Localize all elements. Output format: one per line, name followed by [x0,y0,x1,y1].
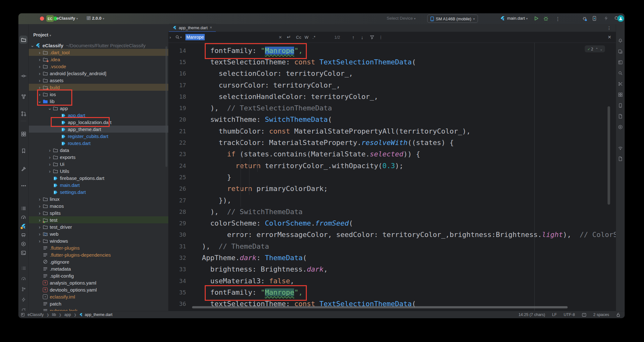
code-line-14[interactable]: 14fontFamily: "Manrope", [168,45,616,56]
code-line-30[interactable]: 30error: errorMessageColor, seedColor: t… [168,229,616,240]
breadcrumb-item[interactable]: app_theme.dart [85,312,113,317]
tree-item-eclassify[interactable]: ⌄eClassify~/Documents/Flutter Project/eC… [29,42,168,49]
tree-item-analysis-options-yaml[interactable]: Yanalysis_options.yaml [29,279,168,286]
history-icon[interactable] [18,274,29,283]
tree-item-devtools-options-yaml[interactable]: Ydevtools_options.yaml [29,286,168,293]
chevron-closed-icon[interactable]: › [37,57,42,62]
run-button[interactable] [534,16,539,22]
tab-options-icon[interactable]: ⋮ [607,25,611,30]
tree-item-test[interactable]: ›◀▶test [29,216,168,223]
more-tools-icon[interactable] [18,181,29,190]
code-line-24[interactable]: 24return territoryColor_.withOpacity(0.3… [168,160,616,171]
tree-item-pubspec-lock[interactable]: pubspec.lock [29,307,168,311]
select-device-dropdown[interactable]: Select Device ▾ [387,16,415,21]
chevron-open-icon[interactable]: ⌄ [37,98,42,104]
chevron-closed-icon[interactable]: › [37,71,42,76]
run-config-dropdown[interactable]: main.dart ▾ [507,16,528,21]
breadcrumb-item[interactable]: app [64,312,71,317]
code-line-31[interactable]: 31), // ThemeData [168,240,616,252]
tree-item--split-config[interactable]: .split-config [29,272,168,279]
layout-tool-icon[interactable] [616,58,625,66]
search-icon[interactable]: ▾ [175,32,182,43]
chevron-closed-icon[interactable]: › [37,224,42,230]
chevron-open-icon[interactable]: ⌄ [29,43,35,48]
tree-item-lib[interactable]: ⌄lib [29,98,168,105]
regex-toggle[interactable]: .* [312,32,316,43]
tree-item-ui[interactable]: ›Ui [29,161,168,168]
dart-analysis-icon[interactable] [18,222,29,230]
project-tree-scrollbar[interactable] [165,46,167,167]
commit-icon[interactable] [18,72,29,80]
chevron-closed-icon[interactable]: › [37,231,42,237]
tree-item-app-theme-dart[interactable]: app_theme.dart [29,126,168,133]
code-line-28[interactable]: 28), // SwitchThemeData [168,206,616,217]
next-problem-icon[interactable]: ⌄ [600,47,602,51]
tree-item-exports[interactable]: ›exports [29,154,168,161]
wifi-pairing-icon[interactable] [616,144,625,152]
find-tool-icon[interactable] [616,69,625,77]
cut-tool-icon[interactable] [616,80,625,88]
tree-item-app[interactable]: ⌄app [29,105,168,112]
file-encoding[interactable]: UTF-8 [564,312,575,317]
inspections-widget[interactable]: ✓2 ⌃ ⌄ [585,45,605,52]
pull-requests-icon[interactable] [18,109,29,118]
tree-item-firebase-options-dart[interactable]: firebase_options.dart [29,174,168,181]
tree-item--dart-tool[interactable]: ›.dart_tool [29,49,168,56]
avatar[interactable] [617,15,624,22]
code-line-25[interactable]: 25} [168,171,616,183]
tree-item-app-dart[interactable]: app.dart [29,112,168,119]
tree-item-build[interactable]: ›✱build [29,84,168,91]
tree-item--flutter-plugins-dependencies[interactable]: .flutter-plugins-dependencies [29,251,168,258]
flash-icon[interactable] [604,16,610,22]
tree-item-utils[interactable]: ›Utils [29,168,168,174]
tree-item--idea[interactable]: ›✱.idea [29,56,168,63]
code-line-35[interactable]: 35fontFamily: "Manrope", [168,286,616,298]
line-separator[interactable]: LF [552,312,557,317]
device-dropdown[interactable]: SM A146B (mobile) ▾ [427,15,478,23]
code-line-17[interactable]: 17cursorColor: territoryColor_, [168,79,616,91]
code-line-15[interactable]: 15textSelectionTheme: const TextSelectio… [168,56,616,68]
branch-selector[interactable]: ⃺ 2.0.0 ▾ [87,16,104,21]
tree-item-macos[interactable]: ›macos [29,202,168,209]
gradle-tool-icon[interactable] [616,155,625,162]
tree-item-eclassify-iml[interactable]: ▪eclassify.iml [29,293,168,300]
tree-item-data[interactable]: ›data [29,147,168,154]
newline-icon[interactable]: ↵ [287,32,291,43]
device-mirror-icon[interactable] [592,16,598,22]
code-line-20[interactable]: 20switchTheme: SwitchThemeData( [168,114,616,125]
chevron-closed-icon[interactable]: › [37,238,42,244]
close-window-button[interactable] [40,16,44,21]
profiler-icon[interactable] [18,213,29,221]
close-search-icon[interactable]: ✕ [608,32,611,43]
code-line-27[interactable]: 27}), [168,194,616,206]
logcat-icon[interactable] [18,264,29,272]
chevron-closed-icon[interactable]: › [47,155,53,160]
tree-item-main-dart[interactable]: main.dart [29,181,168,188]
indent-setting[interactable]: 2 spaces [593,312,609,317]
structure-icon[interactable] [18,92,29,101]
inspect-tool-icon[interactable] [616,123,625,131]
chevron-closed-icon[interactable]: › [37,50,42,55]
chevron-closed-icon[interactable]: › [37,64,42,69]
notification-icon[interactable] [582,313,586,317]
next-match-icon[interactable]: ↓ [361,32,364,43]
more-actions-icon[interactable]: ⋮ [555,16,561,22]
grid-tool-icon[interactable] [616,91,625,98]
chevron-closed-icon[interactable]: › [37,210,42,216]
tree-item--gitignore[interactable]: .gitignore [29,258,168,265]
code-line-34[interactable]: 34useMaterial3: false, [168,275,616,286]
tree-item-web[interactable]: ›web [29,230,168,237]
tree-item-register-cubits-dart[interactable]: register_cubits.dart [29,133,168,140]
debug-button[interactable] [543,16,549,22]
copy-tool-icon[interactable] [616,48,625,55]
code-line-21[interactable]: 21thumbColor: const MaterialStatePropert… [168,125,616,137]
editor-vertical-scrollbar[interactable] [608,106,610,205]
build-icon[interactable] [18,165,29,173]
tree-item--metadata[interactable]: .metadata [29,265,168,272]
attach-debugger-icon[interactable] [582,16,588,22]
filter-icon[interactable] [370,32,374,43]
terminal-icon[interactable] [18,249,29,257]
tree-item-app-localization-dart[interactable]: app_localization.dart [29,119,168,126]
clear-search-icon[interactable]: ✕ [279,32,282,43]
doc-tool-icon[interactable] [616,112,625,120]
